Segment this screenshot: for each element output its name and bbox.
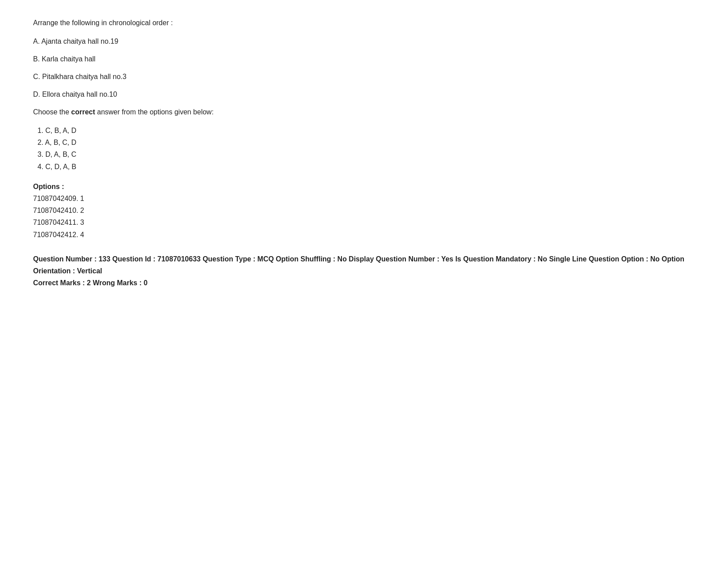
choice-1-text: C, B, A, D [45,127,76,134]
choice-4-number: 4. [38,163,43,170]
item-b-label: B. [33,55,40,63]
choice-3-number: 3. [38,151,43,158]
question-container: Arrange the following in chronological o… [33,18,695,289]
option-id-4-value: 4 [80,231,84,238]
item-a: A. Ajanta chaitya hall no.19 [33,36,695,47]
choice-4: 4. C, D, A, B [38,161,695,173]
option-id-1-value: 1 [80,195,84,202]
option-id-2-value: 2 [80,207,84,214]
options-label: Options : [33,181,695,193]
option-id-2: 71087042410. 2 [33,204,695,216]
metadata-section: Question Number : 133 Question Id : 7108… [33,253,695,289]
question-instruction: Arrange the following in chronological o… [33,18,695,28]
item-a-text: Ajanta chaitya hall no.19 [41,38,118,45]
option-id-3-value: 3 [80,219,84,226]
choice-3: 3. D, A, B, C [38,148,695,160]
item-c-text: Pitalkhara chaitya hall no.3 [42,73,126,80]
marks-line: Correct Marks : 2 Wrong Marks : 0 [33,277,695,289]
choice-1: 1. C, B, A, D [38,125,695,136]
item-d-label: D. [33,91,40,98]
options-section: Options : 71087042409. 1 71087042410. 2 … [33,181,695,241]
question-items: A. Ajanta chaitya hall no.19 B. Karla ch… [33,36,695,100]
option-id-4: 71087042412. 4 [33,229,695,241]
answer-prompt-bold: correct [71,108,95,116]
item-a-label: A. [33,38,40,45]
answer-prompt: Choose the correct answer from the optio… [33,107,695,117]
option-id-3: 71087042411. 3 [33,216,695,228]
answer-choices: 1. C, B, A, D 2. A, B, C, D 3. D, A, B, … [38,125,695,173]
item-c: C. Pitalkhara chaitya hall no.3 [33,72,695,82]
item-b-text: Karla chaitya hall [42,55,96,63]
metadata-line1: Question Number : 133 Question Id : 7108… [33,253,695,277]
item-d-text: Ellora chaitya hall no.10 [42,91,117,98]
answer-prompt-prefix: Choose the [33,108,71,116]
choice-2-number: 2. [38,139,43,146]
choice-2-text: A, B, C, D [45,139,76,146]
choice-2: 2. A, B, C, D [38,136,695,148]
choice-1-number: 1. [38,127,43,134]
item-b: B. Karla chaitya hall [33,54,695,64]
choice-4-text: C, D, A, B [45,163,76,170]
option-id-2-id: 71087042410. [33,207,78,214]
item-d: D. Ellora chaitya hall no.10 [33,89,695,100]
option-id-4-id: 71087042412. [33,231,78,238]
option-id-1-id: 71087042409. [33,195,78,202]
answer-prompt-suffix: answer from the options given below: [95,108,214,116]
choice-3-text: D, A, B, C [45,151,76,158]
option-id-1: 71087042409. 1 [33,193,695,204]
option-id-3-id: 71087042411. [33,219,78,226]
item-c-label: C. [33,73,40,80]
